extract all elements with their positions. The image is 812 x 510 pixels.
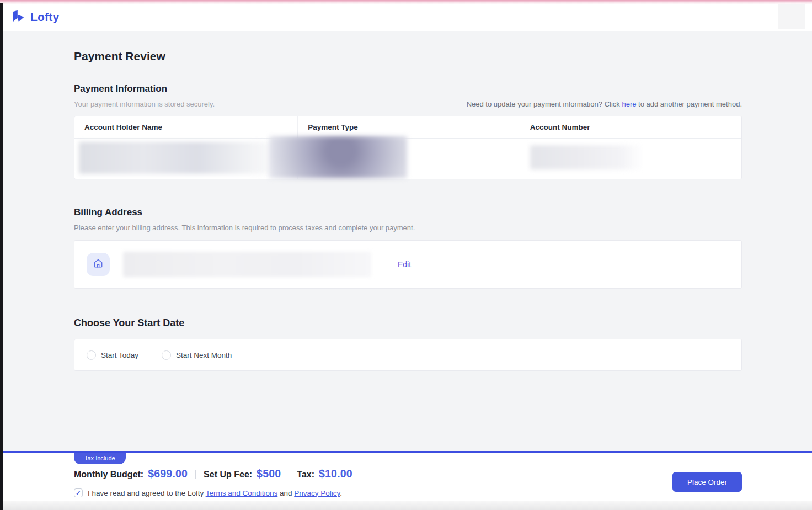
radio-start-next-month[interactable]: Start Next Month <box>162 350 232 360</box>
agreement-line: ✓ I have read and agreed to the Lofty Te… <box>74 488 342 497</box>
summary-divider <box>289 470 289 479</box>
recording-top-edge <box>0 0 812 4</box>
redacted-billing-address <box>123 252 371 277</box>
update-payment-hint: Need to update your payment information?… <box>467 100 742 108</box>
order-summary-line: Monthly Budget: $699.00 Set Up Fee: $500… <box>74 468 352 480</box>
column-payment-type: Payment Type <box>297 116 519 138</box>
setup-fee-label: Set Up Fee: <box>204 470 252 480</box>
header-redacted-item <box>778 4 805 29</box>
lofty-logo-icon <box>11 9 26 26</box>
table-row <box>74 139 741 179</box>
order-summary-footer: Tax Include Monthly Budget: $699.00 Set … <box>0 451 812 501</box>
tax-label: Tax: <box>297 470 314 480</box>
terms-and-conditions-link[interactable]: Terms and Conditions <box>206 489 278 497</box>
radio-circle-start-today[interactable] <box>87 350 96 360</box>
billing-address-card: Edit <box>74 240 742 289</box>
lofty-logo[interactable]: Lofty <box>11 9 59 26</box>
cell-account-holder-name <box>74 139 297 179</box>
tax-value: $10.00 <box>319 468 352 480</box>
payment-information-heading: Payment Information <box>74 83 742 94</box>
home-icon <box>93 258 104 271</box>
agreement-checkbox[interactable]: ✓ <box>74 488 83 497</box>
update-hint-prefix: Need to update your payment information?… <box>467 100 622 108</box>
home-icon-tile <box>87 253 110 276</box>
start-date-section: Choose Your Start Date Start Today Start… <box>74 317 742 371</box>
radio-label-start-today: Start Today <box>101 351 138 359</box>
summary-divider <box>195 470 196 479</box>
start-date-heading: Choose Your Start Date <box>74 317 742 329</box>
window-left-edge <box>0 3 3 510</box>
redacted-account-number <box>530 145 643 169</box>
billing-address-subtitle: Please enter your billing address. This … <box>74 224 415 232</box>
column-account-number: Account Number <box>520 116 741 138</box>
redacted-account-holder-name <box>79 142 294 174</box>
start-date-card: Start Today Start Next Month <box>74 339 742 371</box>
privacy-policy-link[interactable]: Privacy Policy <box>294 489 340 497</box>
bottom-edge-strip <box>0 499 812 510</box>
agreement-prefix: I have read and agreed to the Lofty <box>88 489 206 497</box>
tax-include-badge: Tax Include <box>74 453 126 464</box>
monthly-budget-label: Monthly Budget: <box>74 470 143 480</box>
app-window: Lofty Payment Review Payment Information… <box>0 0 812 510</box>
radio-start-today[interactable]: Start Today <box>87 350 138 360</box>
monthly-budget-value: $699.00 <box>148 468 188 480</box>
app-header: Lofty <box>0 3 812 31</box>
main-content: Payment Review Payment Information Your … <box>0 31 812 451</box>
redacted-payment-type <box>269 136 407 178</box>
setup-fee-value: $500 <box>257 468 281 480</box>
update-hint-suffix: to add another payment method. <box>636 100 742 108</box>
cell-payment-type <box>297 139 519 179</box>
cell-account-number <box>520 139 741 179</box>
secure-note: Your payment information is stored secur… <box>74 100 215 108</box>
column-account-holder-name: Account Holder Name <box>74 116 297 138</box>
place-order-button[interactable]: Place Order <box>672 472 742 492</box>
radio-label-start-next-month: Start Next Month <box>176 351 232 359</box>
billing-address-section: Billing Address Please enter your billin… <box>74 207 742 289</box>
lofty-logo-text: Lofty <box>30 10 59 24</box>
billing-address-heading: Billing Address <box>74 207 742 218</box>
agreement-suffix: . <box>340 489 342 497</box>
agreement-and: and <box>277 489 294 497</box>
radio-circle-start-next-month[interactable] <box>162 350 171 360</box>
update-payment-here-link[interactable]: here <box>622 100 636 108</box>
table-header-row: Account Holder Name Payment Type Account… <box>74 116 741 139</box>
edit-billing-address-link[interactable]: Edit <box>398 260 411 269</box>
payment-information-section: Payment Information Your payment informa… <box>74 83 742 179</box>
payment-method-table: Account Holder Name Payment Type Account… <box>74 116 742 179</box>
agreement-text: I have read and agreed to the Lofty Term… <box>88 489 342 497</box>
page-title: Payment Review <box>74 50 742 63</box>
